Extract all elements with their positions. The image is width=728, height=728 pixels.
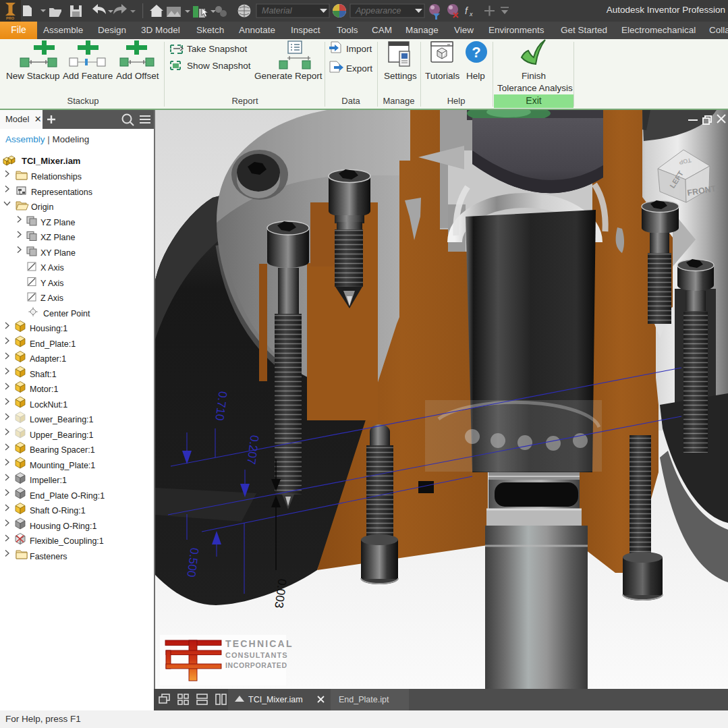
svg-text:Lower_Bearing:1: Lower_Bearing:1 bbox=[30, 415, 94, 424]
svg-text:Material: Material bbox=[262, 6, 293, 16]
svg-text:Adapter:1: Adapter:1 bbox=[30, 354, 66, 364]
svg-text:Shaft:1: Shaft:1 bbox=[30, 370, 57, 379]
svg-text:Center Point: Center Point bbox=[43, 309, 90, 318]
svg-text:Impeller:1: Impeller:1 bbox=[30, 476, 67, 485]
svg-text:CONSULTANTS: CONSULTANTS bbox=[225, 651, 287, 659]
svg-text:f: f bbox=[465, 5, 469, 16]
svg-text:X Axis: X Axis bbox=[40, 263, 64, 273]
svg-text:Z Axis: Z Axis bbox=[40, 293, 63, 303]
svg-text:Housing O-Ring:1: Housing O-Ring:1 bbox=[30, 522, 96, 531]
svg-text:TCI_Mixer.iam: TCI_Mixer.iam bbox=[248, 695, 303, 704]
svg-text:INCORPORATED: INCORPORATED bbox=[225, 661, 287, 669]
svg-text:XZ Plane: XZ Plane bbox=[40, 233, 75, 242]
svg-text:Fasteners: Fasteners bbox=[30, 552, 67, 561]
svg-text:Appearance: Appearance bbox=[355, 6, 401, 16]
svg-text:Housing:1: Housing:1 bbox=[30, 324, 67, 333]
svg-text:Upper_Bearing:1: Upper_Bearing:1 bbox=[30, 430, 94, 440]
svg-text:Mounting_Plate:1: Mounting_Plate:1 bbox=[30, 461, 95, 470]
svg-text:End_Plate O-Ring:1: End_Plate O-Ring:1 bbox=[30, 491, 105, 501]
svg-text:Flexible_Coupling:1: Flexible_Coupling:1 bbox=[30, 536, 104, 546]
svg-text:Origin: Origin bbox=[31, 202, 53, 212]
svg-text:LockNut:1: LockNut:1 bbox=[30, 400, 67, 410]
svg-text:Relationships: Relationships bbox=[31, 172, 82, 181]
svg-text:PRO: PRO bbox=[6, 16, 15, 20]
svg-text:x: x bbox=[469, 11, 473, 18]
svg-text:Representations: Representations bbox=[31, 188, 92, 197]
svg-text:TECHNICAL: TECHNICAL bbox=[225, 638, 293, 649]
svg-text:YZ Plane: YZ Plane bbox=[40, 218, 75, 227]
svg-text:End_Plate.ipt: End_Plate.ipt bbox=[339, 695, 389, 704]
svg-text:XY Plane: XY Plane bbox=[40, 248, 76, 258]
svg-text:Y Axis: Y Axis bbox=[40, 279, 64, 288]
svg-text:Bearing Spacer:1: Bearing Spacer:1 bbox=[30, 445, 95, 455]
svg-text:Shaft O-Ring:1: Shaft O-Ring:1 bbox=[30, 506, 86, 515]
svg-text:?: ? bbox=[472, 44, 480, 61]
svg-text:End_Plate:1: End_Plate:1 bbox=[30, 339, 76, 349]
svg-text:TCI_Mixer.iam: TCI_Mixer.iam bbox=[22, 156, 80, 166]
svg-text:Motor:1: Motor:1 bbox=[30, 385, 58, 394]
